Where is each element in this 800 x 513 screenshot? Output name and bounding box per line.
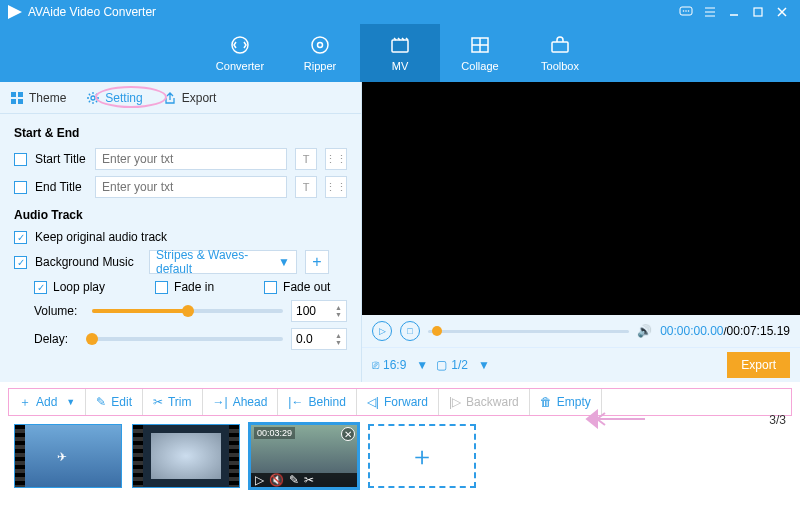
end-title-text-style[interactable]: T	[295, 176, 317, 198]
tab-theme[interactable]: Theme	[10, 91, 66, 105]
trim-button[interactable]: ✂Trim	[143, 389, 203, 415]
backward-icon: |▷	[449, 395, 461, 409]
svg-rect-10	[552, 42, 568, 52]
delay-down[interactable]: ▼	[335, 339, 342, 346]
thumbnail-1[interactable]: ✈	[14, 424, 122, 488]
behind-button[interactable]: |←Behind	[278, 389, 357, 415]
close-button[interactable]	[772, 2, 792, 22]
window-title: AVAide Video Converter	[28, 5, 672, 19]
thumb-play-icon[interactable]: ▷	[255, 473, 264, 487]
mv-icon	[389, 34, 411, 56]
delay-label: Delay:	[34, 332, 84, 346]
volume-icon[interactable]: 🔊	[637, 324, 652, 338]
start-title-align[interactable]: ⋮⋮	[325, 148, 347, 170]
page-select[interactable]: ▢1/2▼	[436, 358, 490, 372]
thumb-edit-icon[interactable]: ✎	[289, 473, 299, 487]
delay-slider[interactable]	[92, 337, 283, 341]
menu-icon[interactable]	[700, 2, 720, 22]
scissors-icon: ✂	[153, 395, 163, 409]
volume-up[interactable]: ▲	[335, 304, 342, 311]
end-title-label: End Title	[35, 180, 87, 194]
aspect-select[interactable]: ⎚16:9▼	[372, 358, 428, 372]
thumb-duration: 00:03:29	[254, 427, 295, 439]
delay-value[interactable]: ▲▼	[291, 328, 347, 350]
nav-collage[interactable]: Collage	[440, 24, 520, 82]
playback-controls: ▷ □ 🔊 00:00:00.00/00:07:15.19	[362, 315, 800, 347]
video-preview[interactable]	[362, 82, 800, 315]
start-title-checkbox[interactable]	[14, 153, 27, 166]
start-title-text-style[interactable]: T	[295, 148, 317, 170]
svg-rect-4	[754, 8, 762, 16]
forward-button[interactable]: ◁|Forward	[357, 389, 439, 415]
preview-options: ⎚16:9▼ ▢1/2▼ Export	[362, 347, 800, 382]
body: Theme Setting Export Start & End Start T…	[0, 82, 800, 382]
settings-panel: Start & End Start Title T ⋮⋮ End Title T…	[0, 114, 361, 364]
main-nav: Converter Ripper MV Collage Toolbox	[0, 24, 800, 82]
volume-value[interactable]: ▲▼	[291, 300, 347, 322]
bg-music-checkbox[interactable]	[14, 256, 27, 269]
thumbnail-3[interactable]: 00:03:29 ✕ ▷ 🔇 ✎ ✂	[250, 424, 358, 488]
seek-bar[interactable]	[428, 330, 629, 333]
gear-icon	[86, 91, 100, 105]
bg-music-label: Background Music	[35, 255, 141, 269]
svg-point-6	[312, 37, 328, 53]
end-title-checkbox[interactable]	[14, 181, 27, 194]
clip-toolbar: ＋Add▼ ✎Edit ✂Trim →|Ahead |←Behind ◁|For…	[8, 388, 792, 416]
thumb-trim-icon[interactable]: ✂	[304, 473, 314, 487]
trash-icon: 🗑	[540, 395, 552, 409]
forward-icon: ◁|	[367, 395, 379, 409]
minimize-button[interactable]	[724, 2, 744, 22]
panel-tabs: Theme Setting Export	[0, 82, 361, 114]
edit-button[interactable]: ✎Edit	[86, 389, 143, 415]
plus-icon: ＋	[19, 394, 31, 411]
play-button[interactable]: ▷	[372, 321, 392, 341]
end-title-align[interactable]: ⋮⋮	[325, 176, 347, 198]
ahead-icon: →|	[213, 395, 228, 409]
add-bg-music-button[interactable]: +	[305, 250, 329, 274]
svg-rect-13	[11, 99, 16, 104]
fadein-checkbox[interactable]	[155, 281, 168, 294]
add-button[interactable]: ＋Add▼	[9, 389, 86, 415]
export-icon	[163, 91, 177, 105]
toolbox-icon	[549, 34, 571, 56]
start-title-input[interactable]	[95, 148, 287, 170]
thumbnail-2[interactable]	[132, 424, 240, 488]
maximize-button[interactable]	[748, 2, 768, 22]
volume-slider[interactable]	[92, 309, 283, 313]
end-title-row: End Title T ⋮⋮	[14, 176, 347, 198]
tab-export[interactable]: Export	[163, 91, 217, 105]
collage-icon	[469, 34, 491, 56]
stop-button[interactable]: □	[400, 321, 420, 341]
start-title-row: Start Title T ⋮⋮	[14, 148, 347, 170]
screen-icon: ▢	[436, 358, 447, 372]
svg-point-3	[688, 10, 690, 12]
fadeout-checkbox[interactable]	[264, 281, 277, 294]
nav-converter[interactable]: Converter	[200, 24, 280, 82]
volume-down[interactable]: ▼	[335, 311, 342, 318]
export-button[interactable]: Export	[727, 352, 790, 378]
loop-checkbox[interactable]	[34, 281, 47, 294]
nav-toolbox[interactable]: Toolbox	[520, 24, 600, 82]
ripper-icon	[309, 34, 331, 56]
keep-audio-checkbox[interactable]	[14, 231, 27, 244]
nav-mv[interactable]: MV	[360, 24, 440, 82]
clip-counter: 3/3	[769, 413, 786, 427]
thumb-controls: ▷ 🔇 ✎ ✂	[251, 473, 357, 487]
end-title-input[interactable]	[95, 176, 287, 198]
backward-button[interactable]: |▷Backward	[439, 389, 530, 415]
thumb-mute-icon[interactable]: 🔇	[269, 473, 284, 487]
thumb-close-button[interactable]: ✕	[341, 427, 355, 441]
feedback-icon[interactable]	[676, 2, 696, 22]
titlebar: AVAide Video Converter	[0, 0, 800, 24]
bg-music-select[interactable]: Stripes & Waves-default ▼	[149, 250, 297, 274]
tab-setting[interactable]: Setting	[86, 91, 142, 105]
nav-ripper[interactable]: Ripper	[280, 24, 360, 82]
delay-up[interactable]: ▲	[335, 332, 342, 339]
highlight-arrow	[585, 409, 645, 429]
svg-point-15	[91, 96, 95, 100]
add-clip-button[interactable]: ＋	[368, 424, 476, 488]
left-panel: Theme Setting Export Start & End Start T…	[0, 82, 362, 382]
svg-rect-11	[11, 92, 16, 97]
ahead-button[interactable]: →|Ahead	[203, 389, 279, 415]
volume-label: Volume:	[34, 304, 84, 318]
